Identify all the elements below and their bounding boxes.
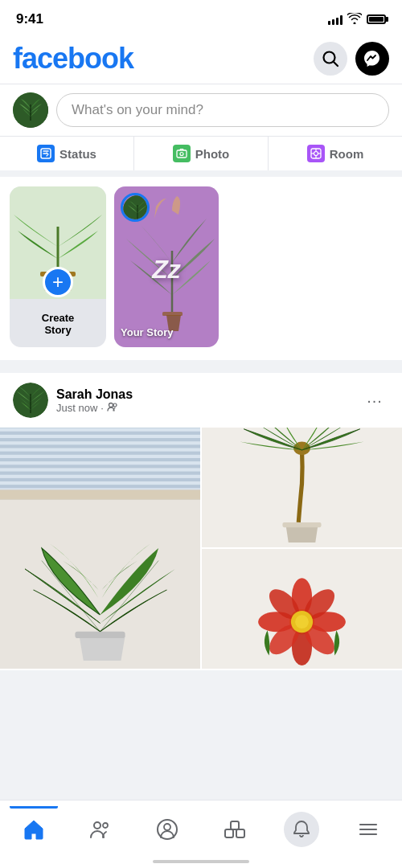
home-icon <box>23 818 45 841</box>
post-card: Sarah Jonas Just now · ··· <box>0 373 402 670</box>
svg-point-61 <box>295 615 309 628</box>
composer-bar[interactable]: What's on your mind? <box>0 84 402 136</box>
svg-rect-20 <box>162 312 183 316</box>
svg-rect-35 <box>0 452 200 455</box>
facebook-logo: facebook <box>13 42 133 76</box>
svg-rect-37 <box>0 465 200 468</box>
status-label: Status <box>59 147 96 161</box>
nav-menu-button[interactable] <box>335 813 402 845</box>
nav-profile-button[interactable] <box>134 813 201 845</box>
post-timestamp: Just now <box>56 402 97 414</box>
home-indicator <box>153 860 249 863</box>
post-image-right-top <box>202 428 402 547</box>
svg-point-27 <box>113 403 117 407</box>
app-header: facebook <box>0 35 402 84</box>
post-avatar <box>13 383 48 418</box>
bell-icon <box>292 820 311 839</box>
status-bar: 9:41 <box>0 0 402 35</box>
svg-rect-40 <box>0 485 200 488</box>
svg-point-10 <box>314 152 318 156</box>
room-icon <box>307 145 325 162</box>
post-action-bar: Status Photo Room <box>0 136 402 170</box>
signal-icon <box>328 14 343 25</box>
svg-point-63 <box>103 823 108 828</box>
story-avatar-ring <box>121 193 150 222</box>
room-label: Room <box>330 147 364 161</box>
wifi-icon <box>347 13 362 27</box>
post-header: Sarah Jonas Just now · ··· <box>0 373 402 428</box>
stories-section: + Create Story <box>0 177 402 360</box>
svg-rect-43 <box>75 632 125 638</box>
create-story-plus-icon: + <box>43 267 73 297</box>
svg-rect-48 <box>282 522 321 527</box>
svg-rect-33 <box>0 438 200 441</box>
photo-button[interactable]: Photo <box>134 137 269 170</box>
nav-friends-button[interactable] <box>67 813 133 845</box>
svg-rect-66 <box>225 829 233 837</box>
room-button[interactable]: Room <box>269 137 402 170</box>
story-label: Story <box>10 324 106 336</box>
nav-groups-button[interactable] <box>201 813 268 845</box>
section-divider-1 <box>0 170 402 177</box>
nav-notifications-button[interactable] <box>268 807 334 852</box>
header-actions <box>314 42 389 76</box>
friends-icon <box>89 818 112 841</box>
svg-rect-7 <box>177 150 187 158</box>
svg-rect-39 <box>0 478 200 481</box>
svg-rect-38 <box>0 472 200 475</box>
user-avatar <box>13 92 48 128</box>
post-image-right-bottom <box>202 549 402 669</box>
profile-icon <box>156 818 178 841</box>
svg-rect-41 <box>0 489 200 499</box>
menu-icon <box>357 818 379 841</box>
post-author-info: Sarah Jonas Just now · <box>56 387 352 414</box>
svg-point-26 <box>109 403 113 407</box>
bell-container <box>284 812 319 847</box>
svg-rect-68 <box>231 821 239 829</box>
whats-on-mind-input[interactable]: What's on your mind? <box>56 93 389 127</box>
messenger-button[interactable] <box>355 42 389 76</box>
your-story-label: Your Story <box>121 325 212 339</box>
svg-line-1 <box>334 62 338 67</box>
nav-active-indicator <box>10 806 58 809</box>
post-image-left <box>0 428 200 669</box>
create-label: Create <box>10 312 106 324</box>
svg-rect-32 <box>0 432 200 435</box>
post-author-name: Sarah Jonas <box>56 387 352 402</box>
svg-rect-34 <box>0 444 200 448</box>
search-button[interactable] <box>314 42 347 76</box>
photo-label: Photo <box>195 147 230 161</box>
section-divider-2 <box>0 360 402 366</box>
bottom-nav <box>0 800 402 868</box>
svg-rect-36 <box>0 458 200 461</box>
status-time: 9:41 <box>16 11 43 27</box>
post-dot: · <box>100 402 104 414</box>
post-meta: Just now · <box>56 402 352 414</box>
svg-point-62 <box>94 822 100 829</box>
post-images-grid <box>0 428 402 670</box>
status-button[interactable]: Status <box>0 137 134 170</box>
status-icon <box>37 145 55 162</box>
svg-rect-31 <box>0 428 200 428</box>
your-story-card[interactable]: Zz Your Story <box>114 186 219 347</box>
post-privacy-icon <box>107 402 118 414</box>
svg-point-8 <box>180 153 183 156</box>
battery-icon <box>367 14 386 24</box>
nav-home-button[interactable] <box>0 813 67 845</box>
groups-icon <box>224 818 246 841</box>
stories-container: + Create Story <box>0 186 402 347</box>
story-zzz-text: Zz <box>152 255 181 285</box>
svg-point-65 <box>164 824 170 830</box>
svg-rect-67 <box>236 829 244 837</box>
post-more-options-button[interactable]: ··· <box>360 386 389 415</box>
photo-icon <box>173 145 191 162</box>
create-story-card[interactable]: + Create Story <box>10 186 106 347</box>
status-icons <box>328 13 386 27</box>
bottom-spacer <box>0 670 402 751</box>
